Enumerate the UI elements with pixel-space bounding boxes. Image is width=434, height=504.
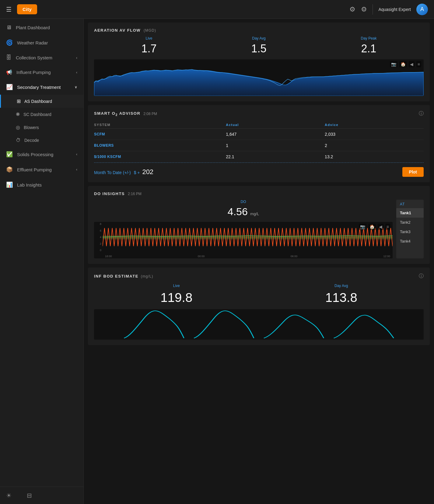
td-cost-advice: 13.2 [325,154,424,159]
do-chart-area: 📷 🏠 ◀ ≡ 8 6 4 2 0 [94,222,393,258]
inf-bod-day-avg-value: 113.8 [259,290,424,305]
inf-bod-live-metric: Live 119.8 [94,284,259,305]
settings-icon[interactable]: ⚙ [349,5,355,13]
at-tank4[interactable]: Tank4 [396,236,424,246]
sidebar-label-decode: Decode [24,138,39,143]
sidebar-item-collection-system[interactable]: 🗄 Collection System ‹ [0,50,83,65]
smart-o2-header: SMART O2 ADVISOR 2:08 PM ⓘ [94,110,424,117]
info-icon-inf-bod[interactable]: ⓘ [419,273,424,279]
plant-dashboard-icon: 🖥 [6,24,12,31]
at-header: AT [396,200,424,208]
smart-o2-row-blowers: BLOWERS 1 2 [94,140,424,151]
yaxis-8: 8 [95,222,101,226]
aeration-live-metric: Live 1.7 [94,36,204,55]
sidebar-label-sc-dashboard: SC Dashboard [23,112,51,117]
sidebar-item-solids-processing[interactable]: ✅ Solids Processing ‹ [0,147,83,162]
chevron-icon-secondary: ∨ [75,85,77,89]
theme-icon[interactable]: ☀ [6,492,12,499]
sidebar-label-as-dashboard: AS Dashboard [24,99,52,104]
sidebar-label-blowers: Blowers [24,125,39,130]
sidebar-label-influent-pumping: Influent Pumping [16,70,51,75]
sidebar-subitem-as-dashboard[interactable]: ⊞ AS Dashboard [0,95,83,108]
info-icon-smart-o2[interactable]: ⓘ [419,110,424,117]
aeration-metrics: Live 1.7 Day Avg 1.5 Day Peak 2.1 [94,36,424,55]
do-yaxis: 8 6 4 2 0 [94,222,103,252]
do-chart-toolbar: 📷 🏠 ◀ ≡ [359,224,390,230]
aeration-chart: 📷 🏠 ◀ ≡ [94,59,424,96]
sidebar-item-influent-pumping[interactable]: 📢 Influent Pumping ‹ [0,65,83,79]
th-system: SYSTEM [94,123,226,127]
sidebar-item-weather-radar[interactable]: 🌀 Weather Radar [0,35,83,50]
do-back-icon[interactable]: ◀ [378,224,383,230]
home-icon[interactable]: 🏠 [399,61,407,67]
aeration-card: AERATION AV FLOW (MGD) Live 1.7 Day Avg … [88,23,430,101]
hamburger-icon[interactable]: ☰ [6,6,12,13]
mtd-row: Month To Date (+/-) $ + 202 Plot [94,163,424,177]
do-value-row: 4.56 mg/L [94,206,393,218]
do-camera-icon[interactable]: 📷 [359,224,366,230]
as-dashboard-icon: ⊞ [17,98,21,104]
td-blowers-actual: 1 [226,143,325,148]
at-tank2[interactable]: Tank2 [396,218,424,227]
city-button[interactable]: City [17,4,37,14]
sidebar-label-plant-dashboard: Plant Dashboard [16,25,50,30]
sidebar-label-solids-processing: Solids Processing [17,152,53,157]
do-home-icon[interactable]: 🏠 [368,224,376,230]
chevron-icon-solids: ‹ [76,152,77,156]
do-menu-icon[interactable]: ≡ [385,224,390,230]
smart-o2-time: 2:08 PM [143,112,157,116]
do-insights-time: 2:16 PM [128,192,142,196]
sidebar-item-secondary-treatment[interactable]: 📈 Secondary Treatment ∨ [0,79,83,95]
inf-bod-svg [94,309,424,340]
sidebar-label-lab-insights: Lab Insights [17,182,42,187]
smart-o2-row-cost: $/1000 KSCFM 22.1 13.2 [94,151,424,163]
xaxis-0000: 00:00 [198,255,205,258]
sidebar-item-effluent-pumping[interactable]: 📦 Effluent Pumping ‹ [0,162,83,177]
notifications-icon[interactable]: ⚙ [361,5,367,13]
inf-bod-unit: (mg/L) [141,274,153,278]
sidebar-subitem-blowers[interactable]: ◎ Blowers [0,121,83,134]
td-blowers-advice: 2 [325,143,424,148]
sidebar-nav: 🖥 Plant Dashboard 🌀 Weather Radar 🗄 Coll… [0,19,83,192]
aeration-day-peak-metric: Day Peak 2.1 [314,36,424,55]
aeration-day-peak-label: Day Peak [314,36,424,40]
layout-icon[interactable]: ⊟ [27,492,32,499]
sidebar-subitem-decode[interactable]: ⏱ Decode [0,134,83,147]
at-tank1[interactable]: Tank1 [396,208,424,218]
sidebar-label-effluent-pumping: Effluent Pumping [17,167,52,172]
do-main-panel: DO 4.56 mg/L 📷 🏠 ◀ ≡ 8 [94,200,393,258]
avatar[interactable]: A [416,4,428,15]
sidebar-item-plant-dashboard[interactable]: 🖥 Plant Dashboard [0,20,83,35]
do-svg [103,222,393,252]
do-unit: mg/L [250,212,259,216]
sidebar-label-secondary-treatment: Secondary Treatment [17,85,61,90]
sidebar-subitem-sc-dashboard[interactable]: ❋ SC Dashboard [0,108,83,121]
td-cost-system: $/1000 KSCFM [94,155,226,159]
mtd-value: 202 [142,168,153,176]
aeration-day-peak-value: 2.1 [314,42,424,55]
smart-o2-row-scfm: SCFM 1,647 2,033 [94,129,424,140]
lab-insights-icon: 📊 [6,181,13,188]
td-blowers-system: BLOWERS [94,143,226,148]
do-value: 4.56 [228,206,248,217]
xaxis-0600: 06:00 [291,255,298,258]
do-col-label: DO [94,200,393,204]
td-scfm-system: SCFM [94,132,226,136]
menu-icon[interactable]: ≡ [416,61,421,67]
aeration-chart-toolbar: 📷 🏠 ◀ ≡ [390,61,421,67]
xaxis-1800: 18:00 [105,255,112,258]
yaxis-0: 0 [95,249,101,252]
sc-dashboard-icon: ❋ [16,111,20,117]
sidebar-item-lab-insights[interactable]: 📊 Lab Insights [0,177,83,192]
plot-button[interactable]: Plot [402,167,424,177]
aeration-day-avg-value: 1.5 [204,42,314,55]
smart-o2-title: SMART O2 ADVISOR [94,111,140,117]
collection-system-icon: 🗄 [6,54,12,61]
camera-icon[interactable]: 📷 [390,61,397,67]
inf-bod-chart [94,309,424,340]
back-icon[interactable]: ◀ [409,61,415,67]
at-tank3[interactable]: Tank3 [396,227,424,236]
influent-pumping-icon: 📢 [6,69,12,75]
sidebar-label-weather-radar: Weather Radar [17,40,48,45]
inf-bod-metrics: Live 119.8 Day Avg 113.8 [94,284,424,305]
